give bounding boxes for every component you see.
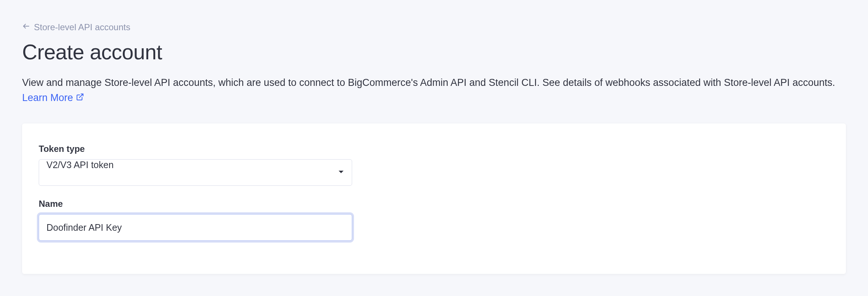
token-type-group: Token type V2/V3 API token [39, 144, 829, 186]
arrow-left-icon [22, 22, 30, 32]
breadcrumb-back-link[interactable]: Store-level API accounts [22, 22, 130, 32]
learn-more-link[interactable]: Learn More [22, 90, 84, 105]
name-label: Name [39, 199, 829, 209]
page-title: Create account [22, 40, 846, 64]
token-type-label: Token type [39, 144, 829, 154]
svg-line-1 [79, 94, 83, 97]
token-type-select-wrapper: V2/V3 API token [39, 159, 352, 186]
name-group: Name [39, 199, 829, 241]
token-type-select[interactable]: V2/V3 API token [39, 159, 352, 186]
form-card: Token type V2/V3 API token Name [22, 123, 846, 274]
page-description: View and manage Store-level API accounts… [22, 75, 841, 105]
breadcrumb-label: Store-level API accounts [34, 22, 130, 32]
learn-more-label: Learn More [22, 90, 73, 105]
name-input[interactable] [39, 214, 352, 241]
page-description-text: View and manage Store-level API accounts… [22, 77, 835, 88]
external-link-icon [76, 90, 84, 105]
page-container: Store-level API accounts Create account … [0, 0, 868, 274]
